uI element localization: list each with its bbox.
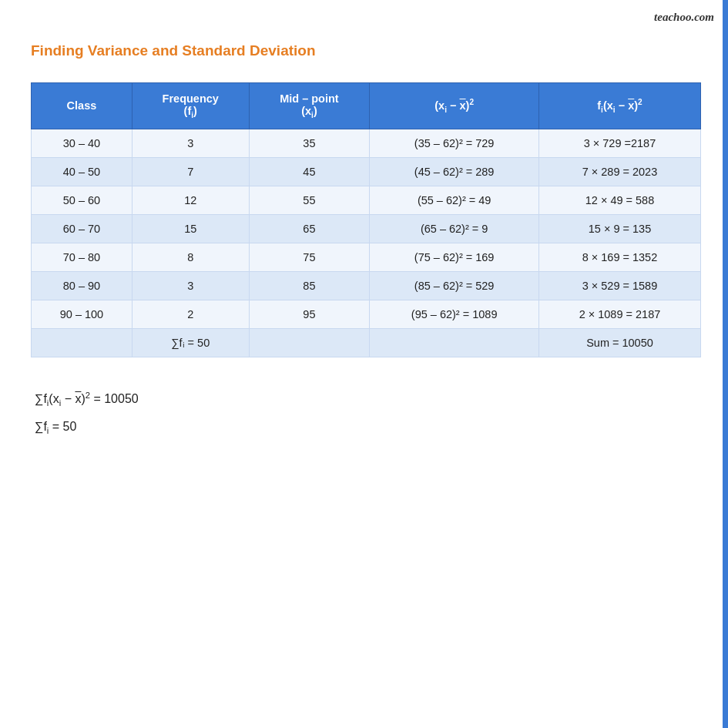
table-cell: 65 xyxy=(249,214,370,243)
table-cell: 45 xyxy=(249,157,370,186)
table-cell: 7 × 289 = 2023 xyxy=(538,157,700,186)
table-sum-row: ∑fᵢ = 50Sum = 10050 xyxy=(32,328,701,357)
table-sum-cell xyxy=(370,328,539,357)
table-row: 80 – 90385(85 – 62)² = 5293 × 529 = 1589 xyxy=(32,271,701,300)
col-header-midpoint: Mid – point(xi) xyxy=(249,83,370,129)
table-cell: 35 xyxy=(249,129,370,157)
table-cell: (35 – 62)² = 729 xyxy=(370,129,539,157)
table-cell: 2 × 1089 = 2187 xyxy=(538,300,700,328)
table-cell: 2 xyxy=(132,300,249,328)
table-cell: 70 – 80 xyxy=(32,243,133,271)
col-header-frequency: Frequency(fi) xyxy=(132,83,249,129)
col-header-fi-xi-xbar-sq: fi(xi − x)2 xyxy=(538,83,700,129)
table-sum-cell: Sum = 10050 xyxy=(538,328,700,357)
variance-table: Class Frequency(fi) Mid – point(xi) (xi … xyxy=(31,82,701,357)
table-cell: 3 xyxy=(132,271,249,300)
table-cell: 55 xyxy=(249,186,370,214)
table-cell: 50 – 60 xyxy=(32,186,133,214)
table-sum-cell xyxy=(32,328,133,357)
table-row: 30 – 40335(35 – 62)² = 7293 × 729 =2187 xyxy=(32,129,701,157)
summary-line1: ∑fi(xi − x)2 = 10050 xyxy=(35,385,689,413)
table-cell: 85 xyxy=(249,271,370,300)
page-title: Finding Variance and Standard Deviation xyxy=(31,42,689,59)
table-cell: (95 – 62)² = 1089 xyxy=(370,300,539,328)
table-cell: (75 – 62)² = 169 xyxy=(370,243,539,271)
table-cell: 3 × 529 = 1589 xyxy=(538,271,700,300)
watermark: teachoo.com xyxy=(654,11,714,24)
summary-line2: ∑fi = 50 xyxy=(35,413,689,441)
table-cell: (55 – 62)² = 49 xyxy=(370,186,539,214)
table-row: 90 – 100295(95 – 62)² = 10892 × 1089 = 2… xyxy=(32,300,701,328)
table-cell: 12 xyxy=(132,186,249,214)
table-row: 60 – 701565(65 – 62)² = 915 × 9 = 135 xyxy=(32,214,701,243)
table-cell: 80 – 90 xyxy=(32,271,133,300)
table-cell: 15 xyxy=(132,214,249,243)
table-cell: 40 – 50 xyxy=(32,157,133,186)
table-cell: 90 – 100 xyxy=(32,300,133,328)
table-cell: 8 × 169 = 1352 xyxy=(538,243,700,271)
table-cell: 8 xyxy=(132,243,249,271)
col-header-class: Class xyxy=(32,83,133,129)
right-accent-bar xyxy=(723,0,728,728)
table-cell: 60 – 70 xyxy=(32,214,133,243)
table-sum-cell: ∑fᵢ = 50 xyxy=(132,328,249,357)
table-cell: (65 – 62)² = 9 xyxy=(370,214,539,243)
table-cell: 95 xyxy=(249,300,370,328)
summary-section: ∑fi(xi − x)2 = 10050 ∑fi = 50 xyxy=(31,385,689,441)
table-row: 50 – 601255(55 – 62)² = 4912 × 49 = 588 xyxy=(32,186,701,214)
table-cell: (45 – 62)² = 289 xyxy=(370,157,539,186)
table-cell: 3 xyxy=(132,129,249,157)
table-cell: 3 × 729 =2187 xyxy=(538,129,700,157)
table-cell: 30 – 40 xyxy=(32,129,133,157)
table-cell: 7 xyxy=(132,157,249,186)
table-row: 40 – 50745(45 – 62)² = 2897 × 289 = 2023 xyxy=(32,157,701,186)
table-row: 70 – 80875(75 – 62)² = 1698 × 169 = 1352 xyxy=(32,243,701,271)
table-sum-cell xyxy=(249,328,370,357)
col-header-xi-xbar-sq: (xi − x)2 xyxy=(370,83,539,129)
table-cell: 12 × 49 = 588 xyxy=(538,186,700,214)
table-cell: 15 × 9 = 135 xyxy=(538,214,700,243)
table-cell: (85 – 62)² = 529 xyxy=(370,271,539,300)
table-cell: 75 xyxy=(249,243,370,271)
